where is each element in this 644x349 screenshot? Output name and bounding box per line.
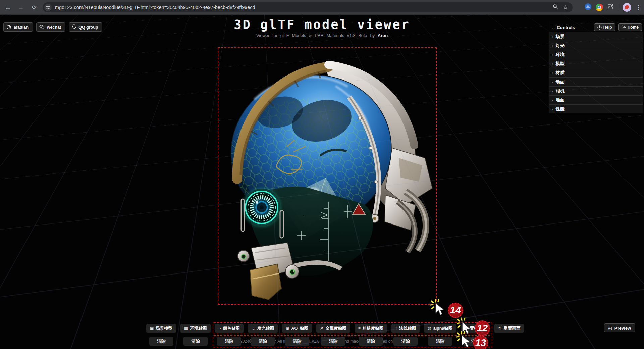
controls-section-label: 相机 [556, 88, 565, 94]
controls-section-2[interactable]: ›环境 [549, 50, 643, 59]
texture-button-label: alpha贴图 [433, 326, 453, 331]
clear-button-8[interactable]: 清除 [428, 337, 452, 346]
metalness-map-icon: ↗ [320, 326, 323, 331]
clear-button-0[interactable]: 清除 [149, 337, 173, 346]
controls-section-7[interactable]: ›地面 [549, 95, 643, 104]
controls-section-1[interactable]: ›灯光 [549, 41, 643, 50]
controls-section-label: 材质 [556, 70, 565, 76]
scene-model-button[interactable]: ▣场景模型 [146, 324, 176, 333]
social-links: afadian wechat QQ group [3, 22, 102, 32]
clear-button-1[interactable]: 清除 [183, 337, 208, 346]
step-badge-14: 14 [448, 303, 463, 318]
roughness-map-icon: ≡ [358, 326, 361, 331]
qq-group-button[interactable]: QQ group [69, 22, 102, 32]
chevron-right-icon: › [552, 107, 553, 111]
chevron-right-icon: › [552, 89, 553, 93]
alpha-map-button[interactable]: ◎alpha贴图 [424, 324, 456, 333]
color-map-button[interactable]: ◑颜色贴图 [215, 324, 244, 333]
texture-button-label: AO_贴图 [291, 326, 308, 331]
clear-button-5[interactable]: 清除 [321, 337, 345, 346]
bookmark-star-icon[interactable]: ☆ [563, 4, 568, 11]
texture-column: ◎alpha贴图清除 [424, 324, 456, 346]
step-badge-12: 12 [475, 320, 490, 336]
site-settings-icon[interactable] [44, 4, 52, 11]
clear-button-7[interactable]: 清除 [393, 337, 418, 346]
zoom-icon[interactable] [553, 4, 558, 11]
forward-icon[interactable]: → [17, 3, 25, 11]
controls-section-label: 灯光 [556, 43, 565, 49]
back-icon[interactable]: ← [4, 3, 12, 11]
controls-panel: ⌄ Controls ? Help Home ›场景›灯光›环境›模型›材质›动… [549, 22, 643, 113]
controls-section-6[interactable]: ›相机 [549, 86, 643, 95]
afadian-icon [6, 24, 11, 30]
scene-model-icon: ▣ [150, 326, 154, 331]
highlighted-group: ◑颜色贴图清除☼发光贴图清除◉AO_贴图清除↗金属度贴图清除≡粗糙度贴图清除↑法… [215, 324, 490, 346]
help-button[interactable]: ? Help [594, 23, 615, 31]
menu-kebab-icon[interactable]: ⋮ [636, 4, 641, 11]
texture-column: ☼发光贴图清除 [248, 324, 278, 346]
normal-map-button[interactable]: ↑法线贴图 [391, 324, 420, 333]
controls-section-4[interactable]: ›材质 [549, 68, 643, 77]
reset-view-button[interactable]: ↻ 重置画面 [494, 324, 524, 333]
controls-section-3[interactable]: ›模型 [549, 59, 643, 68]
env-map-icon: ▦ [184, 326, 188, 331]
controls-section-5[interactable]: ›动画 [549, 77, 643, 86]
ao-map-button[interactable]: ◉AO_贴图 [282, 324, 312, 333]
profile-avatar[interactable] [623, 3, 631, 12]
eye-icon: ◎ [608, 326, 612, 331]
texture-column: ↗金属度贴图清除 [316, 324, 350, 346]
chevron-right-icon: › [552, 80, 553, 84]
texture-button-label: 场景模型 [156, 326, 172, 331]
svg-text:?: ? [599, 26, 600, 29]
texture-column: ◑颜色贴图清除 [215, 324, 244, 346]
chrome-extension-icon[interactable] [596, 4, 603, 11]
afadian-button[interactable]: afadian [3, 22, 33, 32]
home-button[interactable]: Home [618, 23, 642, 31]
address-bar[interactable]: mgd123.com/N1ebulaNoodl8e/3D-glTF.html?t… [43, 2, 573, 12]
preview-button[interactable]: ◎ Preview [604, 323, 636, 332]
reload-icon[interactable]: ⟳ [30, 3, 38, 11]
texture-column: ≡粗糙度贴图清除 [355, 324, 387, 346]
texture-column: ▣场景模型清除 [146, 324, 176, 346]
emissive-map-button[interactable]: ☼发光贴图 [248, 324, 278, 333]
controls-section-label: 环境 [556, 52, 565, 58]
env-map-button[interactable]: ▦环境贴图 [180, 324, 210, 333]
texture-button-label: 金属度贴图 [325, 326, 346, 331]
alpha-map-icon: ◎ [428, 326, 431, 331]
chevron-right-icon: › [552, 62, 553, 66]
chevron-right-icon: › [552, 53, 553, 57]
controls-section-label: 动画 [556, 79, 565, 85]
controls-header[interactable]: ⌄ Controls ? Help Home [549, 22, 643, 32]
chevron-right-icon: › [552, 35, 553, 39]
controls-section-label: 场景 [556, 34, 565, 40]
normal-map-icon: ↑ [395, 326, 397, 331]
cursor-arrow-icon [461, 335, 473, 348]
extensions-puzzle-icon[interactable] [607, 4, 613, 11]
clear-button-3[interactable]: 清除 [251, 337, 275, 346]
texture-button-label: 颜色贴图 [223, 326, 240, 331]
clear-button-4[interactable]: 清除 [285, 337, 309, 346]
texture-button-label: 环境贴图 [190, 326, 207, 331]
url-text[interactable]: mgd123.com/N1ebulaNoodl8e/3D-glTF.html?t… [55, 5, 553, 10]
texture-button-label: 粗糙度贴图 [363, 326, 384, 331]
texture-button-label: 法线贴图 [399, 326, 416, 331]
ao-map-icon: ◉ [286, 326, 289, 331]
controls-section-8[interactable]: ›性能 [549, 104, 643, 113]
emissive-map-icon: ☼ [252, 326, 255, 331]
texture-button-label: 发光贴图 [257, 326, 274, 331]
controls-section-0[interactable]: ›场景 [549, 32, 643, 41]
controls-section-label: 性能 [556, 106, 565, 112]
chevron-right-icon: › [552, 98, 553, 102]
chevron-right-icon: › [552, 44, 553, 48]
wechat-button[interactable]: wechat [36, 22, 65, 32]
qq-icon [72, 24, 76, 30]
clear-button-2[interactable]: 清除 [217, 337, 241, 346]
author-name: Aron [378, 33, 388, 38]
clear-button-6[interactable]: 清除 [359, 337, 383, 346]
texture-column: ↑法线贴图清除 [391, 324, 420, 346]
metalness-map-button[interactable]: ↗金属度贴图 [316, 324, 350, 333]
drive-extension-icon[interactable] [585, 3, 591, 11]
roughness-map-button[interactable]: ≡粗糙度贴图 [355, 324, 387, 333]
help-icon: ? [597, 25, 602, 30]
controls-section-label: 地面 [556, 97, 565, 103]
